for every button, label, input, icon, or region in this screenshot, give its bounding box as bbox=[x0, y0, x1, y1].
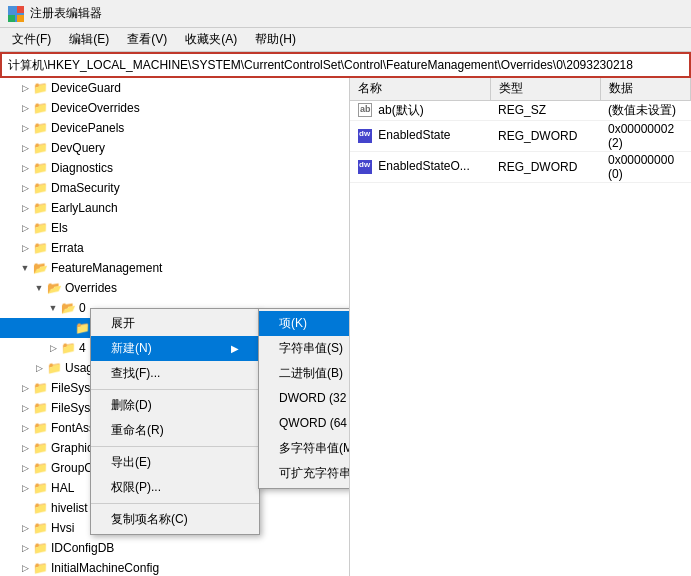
sub-multistring[interactable]: 多字符串值(M) bbox=[259, 436, 350, 461]
sub-binary[interactable]: 二进制值(B) bbox=[259, 361, 350, 386]
tree-label: hivelist bbox=[51, 501, 88, 515]
ctx-find[interactable]: 查找(F)... bbox=[91, 361, 259, 386]
folder-icon: 📂 bbox=[60, 301, 76, 315]
tree-item-initialmachineconfig[interactable]: ▷ 📁 InitialMachineConfig bbox=[0, 558, 349, 576]
tree-item-devquery[interactable]: ▷ 📁 DevQuery bbox=[0, 138, 349, 158]
svg-rect-0 bbox=[8, 6, 15, 13]
ctx-copy[interactable]: 复制项名称(C) bbox=[91, 507, 259, 532]
folder-icon: 📂 bbox=[46, 281, 62, 295]
tree-item-diagnostics[interactable]: ▷ 📁 Diagnostics bbox=[0, 158, 349, 178]
folder-icon: 📁 bbox=[32, 221, 48, 235]
tree-label: DeviceGuard bbox=[51, 81, 121, 95]
menu-edit[interactable]: 编辑(E) bbox=[61, 29, 117, 50]
sub-multistring-label: 多字符串值(M) bbox=[279, 441, 350, 455]
sub-dword-label: DWORD (32 位)值(D) bbox=[279, 391, 350, 405]
tree-item-overrides[interactable]: ▼ 📂 Overrides bbox=[0, 278, 349, 298]
tree-item-els[interactable]: ▷ 📁 Els bbox=[0, 218, 349, 238]
sub-dword[interactable]: DWORD (32 位)值(D) bbox=[259, 386, 350, 411]
tree-label: Hvsi bbox=[51, 521, 74, 535]
ctx-new[interactable]: 新建(N) ▶ bbox=[91, 336, 259, 361]
tree-label: DmaSecurity bbox=[51, 181, 120, 195]
expand-icon[interactable]: ▼ bbox=[32, 281, 46, 295]
tree-label: DevicePanels bbox=[51, 121, 124, 135]
menu-view[interactable]: 查看(V) bbox=[119, 29, 175, 50]
expand-icon[interactable]: ▷ bbox=[18, 541, 32, 555]
expand-icon[interactable]: ▷ bbox=[18, 101, 32, 115]
expand-icon[interactable]: ▷ bbox=[18, 201, 32, 215]
ctx-delete-label: 删除(D) bbox=[111, 397, 152, 414]
expand-icon[interactable]: ▷ bbox=[18, 161, 32, 175]
context-menu: 展开 新建(N) ▶ 查找(F)... 删除(D) 重命名(R) 导出(E) 权… bbox=[90, 308, 260, 535]
reg-type-icon: ab bbox=[358, 103, 372, 117]
table-row[interactable]: dw EnabledStateO... REG_DWORD 0x00000000… bbox=[350, 151, 691, 182]
folder-icon: 📁 bbox=[32, 461, 48, 475]
expand-icon[interactable]: ▷ bbox=[18, 421, 32, 435]
col-data[interactable]: 数据 bbox=[600, 78, 691, 100]
expand-icon[interactable]: ▷ bbox=[18, 401, 32, 415]
expand-icon[interactable]: ▷ bbox=[46, 341, 60, 355]
expand-icon[interactable]: ▷ bbox=[18, 81, 32, 95]
ctx-expand[interactable]: 展开 bbox=[91, 311, 259, 336]
expand-icon[interactable]: ▷ bbox=[18, 481, 32, 495]
sub-qword-label: QWORD (64 位)值(Q) bbox=[279, 416, 350, 430]
menu-favorites[interactable]: 收藏夹(A) bbox=[177, 29, 245, 50]
sub-string[interactable]: 字符串值(S) bbox=[259, 336, 350, 361]
tree-label: FeatureManagement bbox=[51, 261, 162, 275]
tree-label: Diagnostics bbox=[51, 161, 113, 175]
tree-item-devicepanels[interactable]: ▷ 📁 DevicePanels bbox=[0, 118, 349, 138]
ctx-delete[interactable]: 删除(D) bbox=[91, 393, 259, 418]
expand-icon[interactable]: ▷ bbox=[18, 461, 32, 475]
tree-item-earlylaunch[interactable]: ▷ 📁 EarlyLaunch bbox=[0, 198, 349, 218]
folder-icon: 📁 bbox=[32, 161, 48, 175]
svg-rect-3 bbox=[17, 15, 24, 22]
expand-icon[interactable]: ▷ bbox=[18, 441, 32, 455]
table-row[interactable]: dw EnabledState REG_DWORD 0x00000002 (2) bbox=[350, 120, 691, 151]
expand-icon[interactable]: ▷ bbox=[18, 561, 32, 575]
folder-icon: 📁 bbox=[32, 401, 48, 415]
expand-icon[interactable]: ▷ bbox=[32, 361, 46, 375]
main-container: ▷ 📁 DeviceGuard ▷ 📁 DeviceOverrides ▷ 📁 … bbox=[0, 78, 691, 576]
title-text: 注册表编辑器 bbox=[30, 5, 102, 22]
address-bar[interactable]: 计算机\HKEY_LOCAL_MACHINE\SYSTEM\CurrentCon… bbox=[0, 52, 691, 78]
sub-key-label: 项(K) bbox=[279, 316, 307, 330]
folder-icon: 📁 bbox=[32, 481, 48, 495]
ctx-rename[interactable]: 重命名(R) bbox=[91, 418, 259, 443]
tree-label: Graphic bbox=[51, 441, 93, 455]
expand-icon[interactable]: ▷ bbox=[18, 141, 32, 155]
tree-item-deviceoverrides[interactable]: ▷ 📁 DeviceOverrides bbox=[0, 98, 349, 118]
expand-icon[interactable]: ▷ bbox=[18, 241, 32, 255]
expand-icon[interactable]: ▼ bbox=[18, 261, 32, 275]
expand-icon[interactable]: ▷ bbox=[18, 521, 32, 535]
ctx-permissions[interactable]: 权限(P)... bbox=[91, 475, 259, 500]
separator-2 bbox=[91, 446, 259, 447]
table-row[interactable]: ab ab(默认) REG_SZ (数值未设置) bbox=[350, 100, 691, 120]
tree-item-errata[interactable]: ▷ 📁 Errata bbox=[0, 238, 349, 258]
sub-binary-label: 二进制值(B) bbox=[279, 366, 343, 380]
expand-icon[interactable]: ▼ bbox=[46, 301, 60, 315]
folder-icon: 📁 bbox=[32, 181, 48, 195]
col-type[interactable]: 类型 bbox=[490, 78, 600, 100]
tree-item-featuremanagement[interactable]: ▼ 📂 FeatureManagement bbox=[0, 258, 349, 278]
menu-file[interactable]: 文件(F) bbox=[4, 29, 59, 50]
ctx-rename-label: 重命名(R) bbox=[111, 422, 164, 439]
expand-icon[interactable]: ▷ bbox=[18, 221, 32, 235]
col-name[interactable]: 名称 bbox=[350, 78, 490, 100]
tree-item-deviceguard[interactable]: ▷ 📁 DeviceGuard bbox=[0, 78, 349, 98]
tree-item-dmasecurity[interactable]: ▷ 📁 DmaSecurity bbox=[0, 178, 349, 198]
sub-key[interactable]: 项(K) bbox=[259, 311, 350, 336]
sub-expandstring[interactable]: 可扩充字符串值(E) bbox=[259, 461, 350, 486]
reg-data: (数值未设置) bbox=[600, 100, 691, 120]
sub-expandstring-label: 可扩充字符串值(E) bbox=[279, 466, 350, 480]
menu-help[interactable]: 帮助(H) bbox=[247, 29, 304, 50]
ctx-new-label: 新建(N) bbox=[111, 340, 152, 357]
sub-qword[interactable]: QWORD (64 位)值(Q) bbox=[259, 411, 350, 436]
submenu: 项(K) 字符串值(S) 二进制值(B) DWORD (32 位)值(D) QW… bbox=[258, 308, 350, 489]
expand-icon[interactable]: ▷ bbox=[18, 121, 32, 135]
ctx-export[interactable]: 导出(E) bbox=[91, 450, 259, 475]
expand-icon[interactable]: ▷ bbox=[18, 181, 32, 195]
ctx-find-label: 查找(F)... bbox=[111, 365, 160, 382]
tree-label: 0 bbox=[79, 301, 86, 315]
expand-icon[interactable]: ▷ bbox=[18, 381, 32, 395]
tree-item-idconfigdb[interactable]: ▷ 📁 IDConfigDB bbox=[0, 538, 349, 558]
tree-label: Errata bbox=[51, 241, 84, 255]
